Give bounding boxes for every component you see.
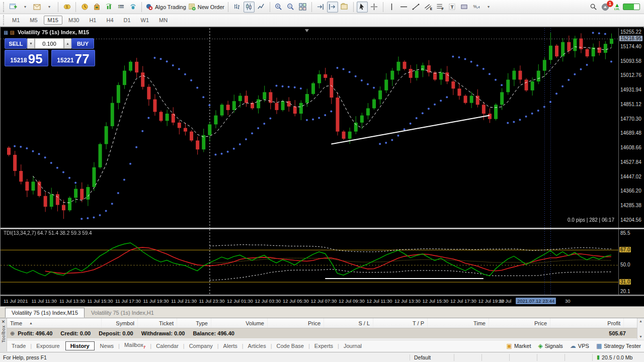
- zoom-in-icon[interactable]: [273, 2, 284, 13]
- zoom-out-icon[interactable]: [285, 2, 296, 13]
- volume-down-button[interactable]: ▼: [27, 38, 35, 49]
- timeframe-h1[interactable]: H1: [85, 16, 100, 25]
- status-bar: For Help, press F1 Default ▮ 20.5 / 0.0 …: [0, 352, 644, 362]
- column-header-profit[interactable]: Profit: [550, 318, 624, 328]
- timeframe-m1[interactable]: M1: [8, 16, 24, 25]
- market-icon[interactable]: [91, 2, 102, 13]
- volume-input[interactable]: 0.100: [35, 38, 64, 49]
- chart-tab[interactable]: Volatility 75 (1s) Index,M15: [5, 308, 85, 318]
- column-header-volume[interactable]: Volume: [211, 318, 268, 328]
- new-chart-icon[interactable]: [8, 2, 19, 13]
- crosshair-icon[interactable]: [369, 2, 380, 13]
- timeframe-m5[interactable]: M5: [26, 16, 41, 25]
- panel-splitter[interactable]: [1, 228, 644, 229]
- toolbox-tab-history[interactable]: History: [65, 341, 95, 350]
- toolbox-tab-calendar[interactable]: Calendar: [151, 342, 183, 350]
- column-header-sl[interactable]: S / L: [324, 318, 373, 328]
- toolbox-close-icon[interactable]: ✕: [2, 319, 6, 324]
- indicator-axis[interactable]: 85.567.050.031.020.1: [618, 229, 644, 295]
- column-header-ticket[interactable]: Ticket: [138, 318, 177, 328]
- column-header-time[interactable]: Time: [428, 318, 489, 328]
- column-header-type[interactable]: Type: [177, 318, 211, 328]
- sell-button[interactable]: SELL: [5, 38, 27, 49]
- chart-tab[interactable]: Volatility 75 (1s) Index,H1: [85, 308, 160, 318]
- timeframe-w1[interactable]: W1: [137, 16, 153, 25]
- volume-up-button[interactable]: ▲: [64, 38, 71, 49]
- new-chart-dropdown[interactable]: ▾: [20, 2, 31, 13]
- toolbox-tab-code-base[interactable]: Code Base: [272, 342, 308, 350]
- column-header-symbol[interactable]: Symbol: [102, 318, 138, 328]
- column-header-price[interactable]: Price: [268, 318, 324, 328]
- market-button[interactable]: ▣Market: [507, 342, 531, 349]
- sell-price-box[interactable]: 15218 95: [5, 50, 48, 66]
- strategy-tester-button[interactable]: ▦Strategy Tester: [596, 342, 641, 349]
- timeframe-drag-handle[interactable]: [3, 15, 5, 25]
- equidistant-channel-icon[interactable]: E: [423, 2, 434, 13]
- toolbox-tab-trade[interactable]: Trade: [7, 342, 30, 350]
- time-tick: 12 Jul 07:30: [311, 298, 337, 304]
- search-icon[interactable]: [588, 2, 599, 13]
- text-tool-icon[interactable]: T: [447, 2, 458, 13]
- column-header-tp[interactable]: T / P: [373, 318, 428, 328]
- price-axis[interactable]: 15255.2215174.4015093.5815012.7614931.94…: [618, 28, 644, 228]
- timeframe-h4[interactable]: H4: [102, 16, 117, 25]
- column-header-price[interactable]: Price: [489, 318, 550, 328]
- signals-button[interactable]: ◈Signals: [538, 342, 563, 349]
- toolbox-tab-exposure[interactable]: Exposure: [32, 342, 64, 350]
- toolbox-tab-journal[interactable]: Journal: [339, 342, 366, 350]
- signals-service-icon[interactable]: [103, 2, 114, 13]
- vps-button[interactable]: ☁VPS: [570, 342, 589, 349]
- arrows-tool-icon[interactable]: %: [471, 2, 482, 13]
- line-mode-icon[interactable]: [256, 2, 267, 13]
- favorites-icon[interactable]: [339, 2, 350, 13]
- fibonacci-icon[interactable]: F: [435, 2, 446, 13]
- profiles-dropdown[interactable]: ▾: [44, 2, 55, 13]
- tile-windows-icon[interactable]: [297, 2, 308, 13]
- timeframe-mn[interactable]: MN: [155, 16, 172, 25]
- timeframe-m30[interactable]: M30: [64, 16, 83, 25]
- toolbox-tab-mailbox[interactable]: Mailbox7: [120, 341, 150, 350]
- buy-button[interactable]: BUY: [71, 38, 94, 49]
- tradays-icon[interactable]: [127, 2, 138, 13]
- sort-ascending-icon: ▲: [29, 321, 33, 325]
- toolbox-tab-alerts[interactable]: Alerts: [219, 342, 242, 350]
- payments-icon[interactable]: $: [61, 2, 72, 13]
- auto-scroll-icon[interactable]: [315, 2, 326, 13]
- buy-price-box[interactable]: 15221 77: [51, 50, 95, 66]
- indicator-level-label: 31.0: [619, 279, 631, 285]
- scroll-down-icon[interactable]: ▼: [639, 334, 642, 339]
- trendline-icon[interactable]: [411, 2, 422, 13]
- timeframe-d1[interactable]: D1: [120, 16, 135, 25]
- toolbar-drag-handle[interactable]: [3, 2, 5, 12]
- toolbox-tab-experts[interactable]: Experts: [310, 342, 338, 350]
- shapes-tool-icon[interactable]: [459, 2, 470, 13]
- column-header-time[interactable]: Time▲: [7, 318, 102, 328]
- new-order-icon[interactable]: New Order: [188, 2, 225, 13]
- algo-trading-icon[interactable]: Algo Trading: [145, 2, 187, 13]
- cursor-icon[interactable]: [357, 2, 368, 13]
- bars-mode-icon[interactable]: [231, 2, 243, 13]
- tdi-indicator-chart[interactable]: [1, 229, 618, 295]
- toolbox-right-buttons: ▣Market◈Signals☁VPS▦Strategy Tester: [500, 342, 644, 349]
- expand-icon[interactable]: ⊕: [10, 330, 15, 337]
- notifications-button[interactable]: 1: [599, 2, 611, 13]
- vertical-line-icon[interactable]: [386, 2, 397, 13]
- scroll-up-icon[interactable]: ▲: [639, 318, 642, 324]
- web-terminal-icon[interactable]: [115, 2, 126, 13]
- arrows-dropdown[interactable]: ▾: [483, 2, 494, 13]
- time-tick: 12 Jul 15:30: [423, 298, 449, 304]
- time-axis[interactable]: 11 Jul 202111 Jul 11:3011 Jul 13:3011 Ju…: [1, 296, 644, 306]
- toolbox-tab-company[interactable]: Company: [185, 342, 217, 350]
- lvl-arrow-icon: ▲: [614, 3, 620, 8]
- timeframe-m15[interactable]: M15: [44, 16, 62, 25]
- candles-mode-icon[interactable]: [244, 2, 255, 13]
- price-tick: 15093.58: [620, 58, 641, 64]
- history-center-icon[interactable]: [79, 2, 90, 13]
- horizontal-line-icon[interactable]: [398, 2, 410, 13]
- status-profile[interactable]: Default: [410, 354, 454, 361]
- toolbox-tab-news[interactable]: News: [96, 342, 119, 350]
- chart-shift-icon[interactable]: [327, 2, 338, 13]
- profiles-icon[interactable]: [32, 2, 43, 13]
- lvl-icon[interactable]: ▲ LVL: [614, 3, 620, 11]
- toolbox-tab-articles[interactable]: Articles: [244, 342, 271, 350]
